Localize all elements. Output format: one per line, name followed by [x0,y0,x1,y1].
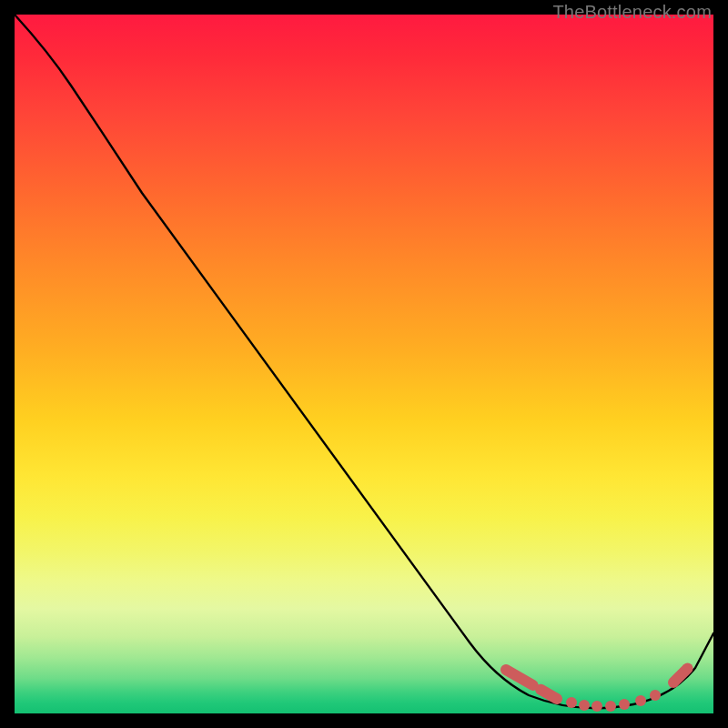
highlight-rise-dash [673,668,688,682]
curve-layer [15,15,713,713]
svg-point-2 [592,701,602,712]
canvas-stage: TheBottleneck.com [0,0,728,728]
svg-point-1 [579,700,590,711]
watermark-text: TheBottleneck.com [552,2,712,23]
bottleneck-curve [15,15,713,708]
svg-point-0 [566,697,577,708]
svg-point-6 [650,690,661,701]
gradient-plot-area [15,15,713,713]
svg-point-3 [605,701,616,712]
svg-point-4 [619,699,630,710]
highlight-descent-dash [506,670,557,699]
svg-point-5 [635,695,646,706]
